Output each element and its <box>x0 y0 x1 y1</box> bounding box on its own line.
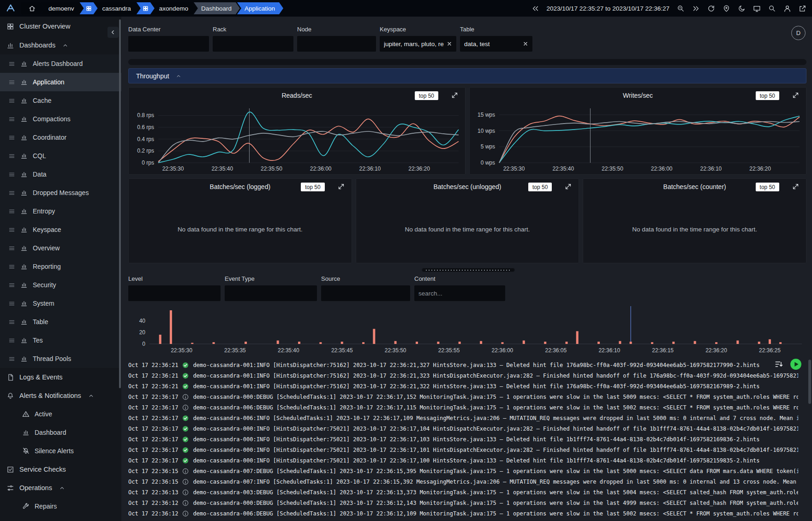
sidebar-item-coordinator[interactable]: Coordinator <box>0 128 121 147</box>
log-row[interactable]: Oct 17 22:36:12demo-cassandra-006:DEBUG … <box>128 508 798 519</box>
drag-handle-icon[interactable] <box>8 337 15 344</box>
live-tail-button[interactable] <box>790 358 802 370</box>
log-row[interactable]: Oct 17 22:36:17demo-cassandra-000:INFO [… <box>128 434 798 444</box>
rack-input[interactable] <box>213 36 293 52</box>
app-logo-icon[interactable] <box>6 3 17 14</box>
sidebar-item-data[interactable]: Data <box>0 165 121 184</box>
location-icon[interactable] <box>722 5 730 12</box>
drag-handle-icon[interactable] <box>8 226 15 233</box>
log-row[interactable]: Oct 17 22:36:21demo-cassandra-001:INFO [… <box>128 381 798 391</box>
log-histogram-chart[interactable]: 0204022:35:3022:35:3522:35:4022:35:4522:… <box>128 305 806 355</box>
sidebar-item-application[interactable]: Application <box>0 73 121 91</box>
breadcrumb-env[interactable]: demoenv <box>41 2 83 14</box>
log-row[interactable]: Oct 17 22:36:21demo-cassandra-001:INFO [… <box>128 370 798 381</box>
sidebar-item-logs-events[interactable]: Logs & Events <box>0 368 121 386</box>
throughput-section-header[interactable]: Throughput <box>128 68 806 83</box>
sort-icon[interactable] <box>774 360 783 369</box>
user-icon[interactable] <box>783 5 791 12</box>
sidebar-item-cluster-overview[interactable]: Cluster Overview <box>0 17 121 36</box>
search-icon[interactable] <box>768 5 776 12</box>
drag-handle-icon[interactable] <box>8 60 15 67</box>
sidebar-item-service-checks[interactable]: Service Checks <box>0 460 121 479</box>
log-row[interactable]: Oct 17 22:36:17demo-cassandra-006:INFO [… <box>128 413 798 423</box>
breadcrumb-application[interactable]: Application <box>237 2 283 14</box>
log-row[interactable]: Oct 17 22:36:15demo-cassandra-007:INFO [… <box>128 476 798 487</box>
drag-handle-icon[interactable] <box>8 300 15 307</box>
rewind-icon[interactable] <box>531 5 539 12</box>
time-range[interactable]: 2023/10/17 22:35:27 to 2023/10/17 22:36:… <box>547 5 670 12</box>
node-input[interactable] <box>297 36 376 52</box>
drag-handle-icon[interactable] <box>8 171 15 178</box>
drag-handle-icon[interactable] <box>8 153 15 160</box>
drag-handle-icon[interactable] <box>8 208 15 215</box>
sidebar-item-overview[interactable]: Overview <box>0 239 121 257</box>
horizontal-scrollbar[interactable] <box>128 59 806 65</box>
data-center-input[interactable] <box>128 36 209 52</box>
clear-icon[interactable] <box>447 41 452 47</box>
content-search-input[interactable] <box>414 285 505 301</box>
drag-handle-icon[interactable] <box>8 134 15 141</box>
home-breadcrumb[interactable] <box>21 2 44 14</box>
display-icon[interactable] <box>753 5 761 12</box>
log-row[interactable]: Oct 17 22:36:21demo-cassandra-001:INFO [… <box>128 360 798 370</box>
sidebar-item-rolling-restart[interactable]: Rolling Restart <box>0 515 121 521</box>
refresh-icon[interactable] <box>707 5 715 12</box>
log-row[interactable]: Oct 17 22:36:17demo-cassandra-000:INFO [… <box>128 423 798 434</box>
clear-icon[interactable] <box>523 41 528 47</box>
sidebar-item-active[interactable]: Active <box>0 405 121 423</box>
drag-handle-icon[interactable] <box>8 355 15 362</box>
reads-chart[interactable]: 0 rps0.2 rps0.4 rps0.6 rps0.8 rps22:35:3… <box>130 104 465 173</box>
sidebar-item-reporting[interactable]: Reporting <box>0 257 121 276</box>
drag-handle-icon[interactable] <box>8 97 15 104</box>
drag-handle-icon[interactable] <box>8 79 15 86</box>
sidebar-item-dashboard[interactable]: Dashboard <box>0 423 121 442</box>
expand-icon[interactable] <box>565 183 572 190</box>
source-input[interactable] <box>321 285 410 301</box>
sidebar-item-cache[interactable]: Cache <box>0 91 121 110</box>
log-row[interactable]: Oct 17 22:36:17demo-cassandra-000:DEBUG … <box>128 391 798 402</box>
sidebar-item-repairs[interactable]: Repairs <box>0 497 121 515</box>
log-row[interactable]: Oct 17 22:36:12demo-cassandra-000:DEBUG … <box>128 497 798 508</box>
sidebar-item-entropy[interactable]: Entropy <box>0 202 121 220</box>
expand-icon[interactable] <box>792 92 799 99</box>
drag-handle-icon[interactable] <box>8 245 15 252</box>
drag-handle-icon[interactable] <box>8 189 15 196</box>
keyspace-input[interactable]: jupiter, mars, pluto, re <box>380 36 456 52</box>
user-avatar[interactable]: D <box>791 26 806 40</box>
breadcrumb-deployment[interactable]: axondemo <box>152 2 197 14</box>
log-row[interactable]: Oct 17 22:36:13demo-cassandra-003:DEBUG … <box>128 487 798 497</box>
writes-chart[interactable]: 0 wps5 wps10 wps15 wps22:35:3022:35:4022… <box>471 104 806 173</box>
sidebar-item-tes[interactable]: Tes <box>0 331 121 349</box>
sidebar-item-keyspace[interactable]: Keyspace <box>0 220 121 239</box>
log-row[interactable]: Oct 17 22:36:15demo-cassandra-007:DEBUG … <box>128 466 798 476</box>
event-type-input[interactable] <box>225 285 317 301</box>
resize-handle[interactable] <box>422 268 515 272</box>
drag-handle-icon[interactable] <box>8 263 15 270</box>
fast-forward-icon[interactable] <box>692 5 700 12</box>
sidebar-item-dropped-messages[interactable]: Dropped Messages <box>0 184 121 202</box>
sidebar-item-cql[interactable]: CQL <box>0 147 121 165</box>
sidebar-scrollbar[interactable] <box>119 19 121 388</box>
expand-icon[interactable] <box>792 183 799 190</box>
breadcrumb-dashboard[interactable]: Dashboard <box>194 2 240 14</box>
drag-handle-icon[interactable] <box>8 319 15 326</box>
log-row[interactable]: Oct 17 22:36:17demo-cassandra-006:DEBUG … <box>128 402 798 413</box>
expand-icon[interactable] <box>451 92 458 99</box>
sidebar-item-silence-alerts[interactable]: Silence Alerts <box>0 442 121 460</box>
sidebar-item-compactions[interactable]: Compactions <box>0 110 121 128</box>
zoom-out-icon[interactable] <box>677 5 685 12</box>
sidebar-item-dashboards[interactable]: Dashboards <box>0 36 121 54</box>
drag-handle-icon[interactable] <box>8 282 15 289</box>
sidebar-item-system[interactable]: System <box>0 294 121 313</box>
log-row[interactable]: Oct 17 22:36:17demo-cassandra-000:INFO [… <box>128 455 798 466</box>
breadcrumb-cluster[interactable]: cassandra <box>95 2 139 14</box>
sidebar-item-operations[interactable]: Operations <box>0 479 121 497</box>
log-row[interactable]: Oct 17 22:36:17demo-cassandra-000:INFO [… <box>128 444 798 455</box>
level-input[interactable] <box>128 285 221 301</box>
share-icon[interactable] <box>799 5 806 12</box>
expand-icon[interactable] <box>338 183 345 190</box>
sidebar-item-alerts-dashboard[interactable]: Alerts Dashboard <box>0 54 121 73</box>
sidebar-collapse-button[interactable] <box>107 27 119 38</box>
table-input[interactable]: data, test <box>460 36 532 52</box>
dark-mode-icon[interactable] <box>738 5 746 12</box>
